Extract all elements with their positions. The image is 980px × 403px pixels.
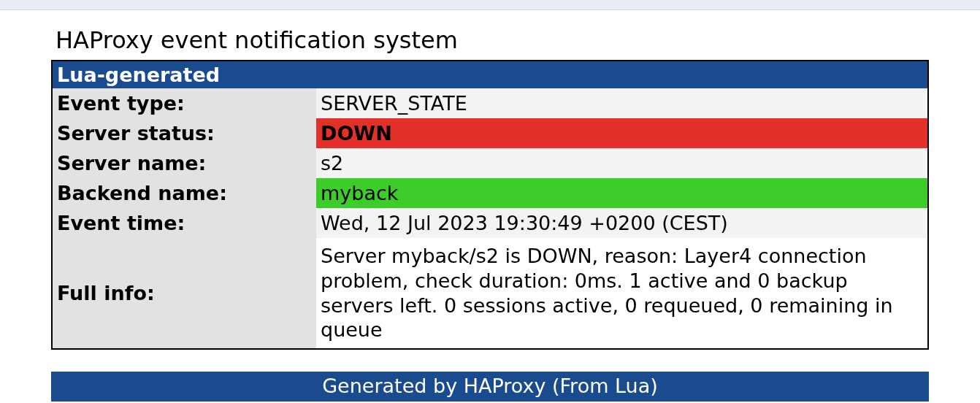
- window-top-strip: [0, 0, 980, 10]
- footer-bar: Generated by HAProxy (From Lua): [51, 372, 929, 402]
- row-event-type: Event type: SERVER_STATE: [52, 88, 928, 118]
- page-title: HAProxy event notification system: [51, 20, 929, 60]
- value-event-time: Wed, 12 Jul 2023 19:30:49 +0200 (CEST): [316, 208, 928, 238]
- label-event-type: Event type:: [52, 88, 316, 118]
- label-backend-name: Backend name:: [52, 178, 316, 208]
- event-table: HAProxy event notification system Lua-ge…: [51, 20, 929, 350]
- value-event-type: SERVER_STATE: [316, 88, 928, 118]
- row-backend-name: Backend name: myback: [52, 178, 928, 208]
- value-backend-name: myback: [316, 178, 928, 208]
- subheader-label: Lua-generated: [52, 61, 928, 88]
- row-server-name: Server name: s2: [52, 148, 928, 178]
- main-container: HAProxy event notification system Lua-ge…: [0, 10, 980, 350]
- row-full-info: Full info: Server myback/s2 is DOWN, rea…: [52, 238, 928, 349]
- row-event-time: Event time: Wed, 12 Jul 2023 19:30:49 +0…: [52, 208, 928, 238]
- label-server-status: Server status:: [52, 118, 316, 148]
- subheader-row: Lua-generated: [52, 61, 928, 88]
- row-server-status: Server status: DOWN: [52, 118, 928, 148]
- label-full-info: Full info:: [52, 238, 316, 349]
- label-server-name: Server name:: [52, 148, 316, 178]
- value-server-status: DOWN: [316, 118, 928, 148]
- label-event-time: Event time:: [52, 208, 316, 238]
- value-full-info: Server myback/s2 is DOWN, reason: Layer4…: [316, 238, 928, 349]
- value-server-name: s2: [316, 148, 928, 178]
